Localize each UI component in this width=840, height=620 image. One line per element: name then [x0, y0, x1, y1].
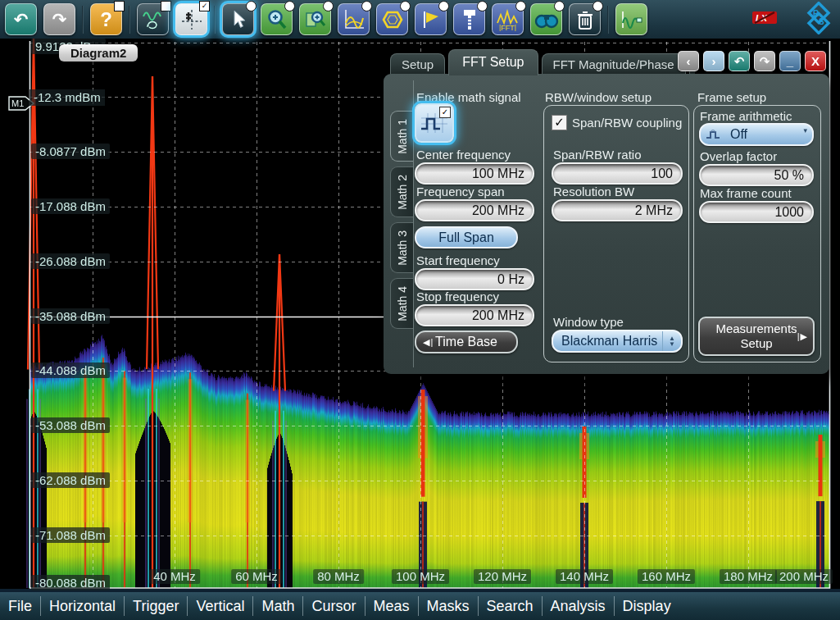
fft-icon[interactable]: |FFT|	[492, 3, 524, 35]
tab-scroll-right-button[interactable]: ›	[703, 51, 724, 71]
spinner-arrows-icon[interactable]: ▲▼	[662, 331, 681, 351]
menu-item-vertical[interactable]: Vertical	[188, 598, 252, 615]
measurements-setup-button[interactable]: Measurements Setup |▶	[698, 317, 815, 356]
lxi-logo: LX	[751, 10, 779, 30]
search-binoculars-icon[interactable]	[530, 3, 562, 35]
fft-icon-badge	[515, 1, 526, 11]
y-axis-label: -17.088 dBm	[31, 198, 110, 214]
x-axis-label: 180 MHz	[720, 569, 777, 584]
overlap-factor-field[interactable]: 50 %	[699, 164, 814, 186]
y-axis-label: -44.088 dBm	[31, 362, 110, 378]
cursor-grid-icon-badge: ✓	[199, 1, 210, 11]
span-rbw-coupling-checkbox[interactable]: ✓	[552, 115, 567, 130]
undo-icon[interactable]: ↶	[5, 3, 37, 35]
svg-text:|FFT|: |FFT|	[499, 24, 516, 31]
start-frequency-label: Start frequency	[416, 253, 500, 267]
delete-trash-icon[interactable]	[569, 3, 601, 35]
panel-divider	[413, 80, 414, 367]
minimize-button[interactable]: _	[779, 51, 801, 71]
menu-item-meas[interactable]: Meas	[366, 598, 418, 615]
persistence-icon[interactable]	[376, 3, 408, 35]
math-tab-1[interactable]: Math 1	[390, 111, 413, 162]
tab-fft-setup[interactable]: FFT Setup	[448, 49, 538, 75]
generator-icon[interactable]	[615, 3, 647, 35]
span-rbw-coupling-label: Span/RBW coupling	[572, 116, 682, 130]
enable-math-label: Enable math signal	[416, 90, 521, 104]
measure-caliper-icon-badge	[477, 1, 488, 11]
menu-item-search[interactable]: Search	[479, 598, 542, 615]
span-rbw-ratio-field[interactable]: 100	[552, 162, 683, 185]
measurements-setup-label: Measurements Setup	[715, 321, 797, 351]
fft-setup-dialog: SetupFFT SetupFFT Magnitude/PhaseFFT G ‹…	[384, 48, 829, 374]
marker-flag-icon-badge	[438, 1, 449, 11]
autoset-icon-badge	[161, 1, 171, 11]
delete-trash-icon-badge	[593, 1, 603, 11]
y-axis-label: -53.088 dBm	[31, 417, 110, 433]
time-base-button[interactable]: ◀| Time Base	[415, 331, 518, 353]
menu-item-cursor[interactable]: Cursor	[303, 598, 364, 615]
math-tab-2[interactable]: Math 2	[390, 166, 413, 217]
marker-flag-icon[interactable]	[415, 3, 447, 35]
zoom-in-icon[interactable]	[261, 3, 293, 35]
tab-setup[interactable]: Setup	[390, 53, 445, 75]
menu-item-trigger[interactable]: Trigger	[125, 598, 187, 615]
menu-item-masks[interactable]: Masks	[419, 598, 478, 615]
x-axis-label: 60 MHz	[231, 569, 282, 584]
stop-frequency-field[interactable]: 200 MHz	[415, 304, 534, 326]
dialog-redo-button[interactable]: ↷	[754, 51, 775, 71]
toolbar-separator	[129, 6, 130, 34]
marker-m1-id: M1	[11, 98, 24, 108]
dialog-body: Math 1Math 2Math 3Math 4 Enable math sig…	[384, 74, 829, 374]
pointer-icon[interactable]	[222, 3, 254, 35]
center-frequency-field[interactable]: 100 MHz	[415, 162, 534, 185]
menu-item-display[interactable]: Display	[615, 598, 679, 615]
frequency-span-label: Frequency span	[416, 185, 505, 198]
frame-arithmetic-label: Frame arithmetic	[700, 109, 792, 123]
menu-bar: FileHorizontalTriggerVerticalMathCursorM…	[0, 592, 840, 620]
zoom-area-icon[interactable]	[299, 3, 331, 35]
menu-item-file[interactable]: File	[0, 598, 40, 615]
close-button[interactable]: X	[805, 51, 826, 71]
y-axis-label: -8.0877 dBm	[31, 144, 110, 159]
x-axis-label: 200 MHz	[775, 569, 833, 584]
frequency-span-field[interactable]: 200 MHz	[415, 199, 534, 221]
rbw-group-title: RBW/window setup	[545, 90, 652, 104]
diagram-tab[interactable]: Diagram2	[59, 44, 138, 62]
dialog-undo-button[interactable]: ↶	[729, 51, 750, 71]
full-span-button[interactable]: Full Span	[415, 226, 518, 248]
redo-icon[interactable]: ↷	[43, 3, 75, 35]
x-axis-label: 40 MHz	[149, 569, 200, 584]
oscilloscope-screen: ↶↷?✓|FFT|LXRS 9.9123 dBm-8.0877 dBm-17.0…	[0, 0, 840, 620]
window-type-label: Window type	[553, 315, 624, 329]
window-type-dropdown[interactable]: Blackman Harris ▲▼	[552, 330, 683, 353]
svg-text:S: S	[819, 17, 824, 26]
window-type-value: Blackman Harris	[553, 334, 662, 349]
toolbar-separator	[82, 6, 84, 34]
persistence-icon-badge	[400, 1, 411, 11]
math-tab-3[interactable]: Math 3	[390, 222, 413, 273]
help-icon[interactable]: ?	[90, 3, 122, 35]
resolution-bw-field[interactable]: 2 MHz	[552, 199, 683, 221]
menu-item-math[interactable]: Math	[253, 598, 302, 615]
toolbar-separator	[214, 6, 216, 34]
autoset-icon[interactable]	[137, 3, 169, 35]
cursor-grid-icon[interactable]: ✓	[175, 3, 207, 35]
enable-math-signal-button[interactable]: ✓	[415, 103, 454, 143]
dropdown-caret-icon: ▾	[803, 125, 812, 134]
x-axis-label: 80 MHz	[313, 569, 364, 584]
menu-item-analysis[interactable]: Analysis	[543, 598, 614, 615]
xy-display-icon[interactable]	[338, 3, 370, 35]
forward-arrow-icon: |▶	[797, 331, 808, 342]
zoom-in-icon-badge	[284, 1, 295, 11]
menu-item-horizontal[interactable]: Horizontal	[41, 598, 124, 615]
search-binoculars-icon-badge	[554, 1, 565, 11]
measure-caliper-icon[interactable]	[453, 3, 485, 35]
y-axis-label: -71.088 dBm	[31, 527, 110, 543]
start-frequency-field[interactable]: 0 Hz	[415, 268, 534, 290]
help-icon-badge	[114, 1, 125, 11]
math-tab-4[interactable]: Math 4	[390, 278, 413, 329]
max-frame-count-field[interactable]: 1000	[699, 201, 814, 223]
frame-arithmetic-dropdown[interactable]: Off ▾	[699, 123, 814, 146]
tab-scroll-left-button[interactable]: ‹	[678, 51, 699, 71]
tab-fft-magnitude-phase[interactable]: FFT Magnitude/Phase	[542, 53, 686, 75]
